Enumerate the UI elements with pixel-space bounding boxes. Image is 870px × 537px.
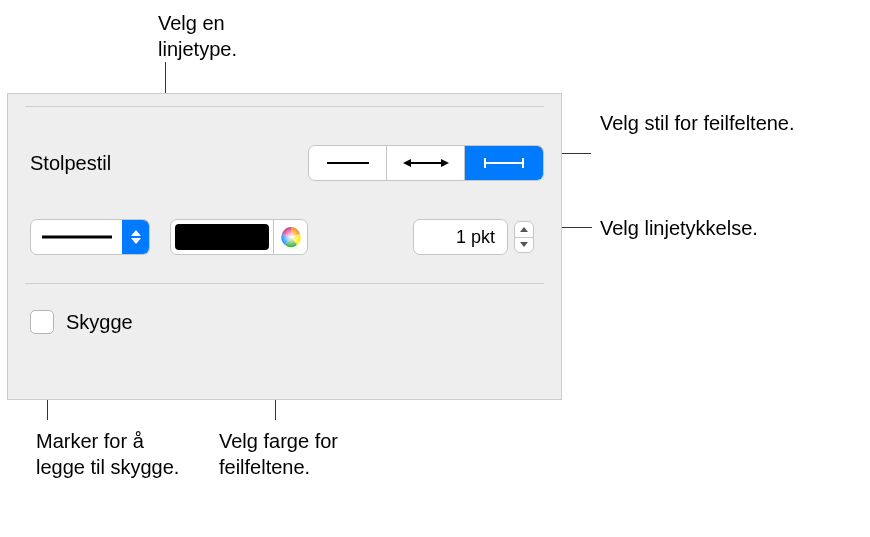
callout-line-thickness: Velg linjetykkelse. bbox=[600, 215, 820, 241]
callout-errorbar-style: Velg stil for feilfeltene. bbox=[600, 110, 800, 136]
shadow-checkbox[interactable] bbox=[30, 310, 54, 334]
svg-point-10 bbox=[281, 227, 301, 247]
inspector-panel: Stolpestil bbox=[7, 93, 562, 400]
color-swatch[interactable] bbox=[175, 224, 269, 250]
segment-flat-caps[interactable] bbox=[465, 146, 543, 180]
arrow-caps-icon bbox=[401, 157, 451, 169]
errorbar-style-segmented[interactable] bbox=[308, 145, 544, 181]
svg-marker-9 bbox=[131, 238, 141, 244]
linetype-dropdown[interactable] bbox=[30, 219, 150, 255]
leader-line bbox=[558, 153, 591, 154]
line-style-icon bbox=[323, 158, 373, 168]
dropdown-arrows-icon bbox=[122, 220, 149, 254]
solid-line-icon bbox=[42, 234, 112, 240]
section-label: Stolpestil bbox=[30, 152, 111, 175]
divider bbox=[25, 106, 544, 107]
chevron-down-icon bbox=[520, 242, 528, 247]
line-thickness-stepper[interactable] bbox=[514, 221, 534, 253]
line-thickness-group: 1 pkt bbox=[413, 219, 534, 255]
svg-marker-8 bbox=[131, 230, 141, 236]
color-picker-button[interactable] bbox=[273, 220, 307, 254]
callout-shadow: Marker for å legge til skygge. bbox=[36, 428, 186, 480]
stepper-down-button[interactable] bbox=[515, 238, 533, 253]
row-shadow: Skygge bbox=[8, 284, 561, 354]
stepper-up-button[interactable] bbox=[515, 222, 533, 238]
segment-arrow-caps[interactable] bbox=[387, 146, 465, 180]
errorbar-color-well[interactable] bbox=[170, 219, 308, 255]
line-thickness-field[interactable]: 1 pkt bbox=[413, 219, 508, 255]
row-bar-style: Stolpestil bbox=[8, 129, 561, 199]
linetype-preview bbox=[31, 234, 122, 240]
chevron-up-icon bbox=[520, 227, 528, 232]
svg-marker-2 bbox=[403, 159, 411, 167]
svg-marker-11 bbox=[520, 227, 528, 232]
row-line-controls: 1 pkt bbox=[8, 199, 561, 283]
segment-line-only[interactable] bbox=[309, 146, 387, 180]
flat-caps-icon bbox=[479, 156, 529, 170]
color-wheel-icon bbox=[280, 226, 302, 248]
callout-linetype: Velg en linjetype. bbox=[158, 10, 308, 62]
callout-errorbar-color: Velg farge for feilfeltene. bbox=[219, 428, 399, 480]
shadow-label: Skygge bbox=[66, 311, 133, 334]
svg-marker-12 bbox=[520, 242, 528, 247]
svg-marker-3 bbox=[441, 159, 449, 167]
